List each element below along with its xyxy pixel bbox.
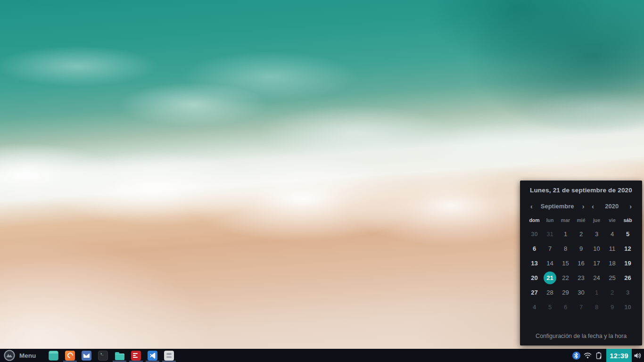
calendar-day[interactable]: 31	[542, 227, 558, 241]
speaker-icon[interactable]	[632, 349, 644, 362]
calendar-day[interactable]: 5	[620, 227, 636, 241]
taskbar: Menu ›_	[0, 349, 644, 362]
calendar-day[interactable]: 1	[558, 227, 573, 241]
calendar-day[interactable]: 18	[604, 256, 620, 271]
weekday-label: mié	[573, 217, 589, 223]
show-desktop-icon	[49, 351, 58, 361]
weekday-label: jue	[589, 217, 604, 223]
calendar-day[interactable]: 9	[604, 300, 620, 314]
calendar-date-title: Lunes, 21 de septiembre de 2020	[520, 187, 642, 194]
calendar-day[interactable]: 19	[620, 256, 636, 271]
system-tray: 12:39	[570, 349, 644, 362]
firefox-launcher[interactable]	[62, 349, 78, 362]
next-month-button[interactable]: ›	[582, 203, 585, 210]
calendar-day[interactable]: 6	[558, 300, 573, 314]
calendar-day[interactable]: 22	[558, 271, 573, 285]
calendar-day[interactable]: 2	[604, 285, 620, 300]
weekday-label: vie	[604, 217, 620, 223]
calendar-day[interactable]: 1	[589, 285, 604, 300]
launcher-bar: ›_	[45, 349, 177, 362]
calendar-day[interactable]: 11	[604, 241, 620, 256]
calendar-day[interactable]: 5	[542, 300, 558, 314]
wifi-icon[interactable]	[582, 349, 593, 362]
show-desktop-button[interactable]	[45, 349, 62, 362]
weekday-label: mar	[558, 217, 573, 223]
mint-logo-icon	[4, 350, 15, 361]
calendar-day[interactable]: 30	[573, 285, 589, 300]
date-time-settings-link[interactable]: Configuración de la fecha y la hora	[520, 333, 642, 339]
calendar-day[interactable]: 6	[527, 241, 542, 256]
month-label: Septiembre	[541, 203, 574, 210]
calendar-day[interactable]: 20	[527, 271, 542, 285]
mail-launcher[interactable]	[78, 349, 95, 362]
menu-label: Menu	[19, 352, 36, 359]
calendar-day[interactable]: 14	[542, 256, 558, 271]
calendar-day[interactable]: 12	[620, 241, 636, 256]
calendar-day[interactable]: 2	[573, 227, 589, 241]
desktop: Lunes, 21 de septiembre de 2020 ‹ Septie…	[0, 0, 644, 362]
weekday-label: lun	[542, 217, 558, 223]
vscode-icon	[148, 351, 157, 361]
calendar-day[interactable]: 10	[589, 241, 604, 256]
red-terminal-icon	[131, 351, 141, 361]
calendar-nav: ‹ Septiembre › ‹ 2020 ›	[520, 203, 642, 210]
calendar-day[interactable]: 27	[527, 285, 542, 300]
prev-month-button[interactable]: ‹	[530, 203, 533, 210]
battery-charging-icon[interactable]	[593, 349, 604, 362]
bluetooth-icon[interactable]	[570, 349, 582, 362]
calendar-day[interactable]: 10	[620, 300, 636, 314]
mail-icon	[82, 351, 91, 361]
calendar-day[interactable]: 28	[542, 285, 558, 300]
calendar-day[interactable]: 8	[589, 300, 604, 314]
clock-applet[interactable]: 12:39	[606, 349, 632, 362]
calendar-day[interactable]: 13	[527, 256, 542, 271]
calendar-day[interactable]: 16	[573, 256, 589, 271]
calendar-day[interactable]: 8	[558, 241, 573, 256]
year-label: 2020	[605, 203, 619, 210]
calendar-day[interactable]: 25	[604, 271, 620, 285]
calendar-day[interactable]: 9	[573, 241, 589, 256]
calendar-grid: 3031123456789101112131415161718192021222…	[520, 227, 642, 314]
calendar-popup: Lunes, 21 de septiembre de 2020 ‹ Septie…	[520, 181, 642, 346]
terminal-launcher[interactable]: ›_	[95, 349, 111, 362]
calendar-day[interactable]: 15	[558, 256, 573, 271]
calendar-weekday-header: domlunmarmiéjueviesáb	[520, 217, 642, 223]
weekday-label: sáb	[620, 217, 636, 223]
calendar-day[interactable]: 3	[589, 227, 604, 241]
files-launcher[interactable]	[111, 349, 128, 362]
calendar-day[interactable]: 4	[527, 300, 542, 314]
calendar-day[interactable]: 17	[589, 256, 604, 271]
vscode-launcher[interactable]	[144, 349, 161, 362]
weekday-label: dom	[527, 217, 542, 223]
red-terminal-launcher[interactable]	[128, 349, 144, 362]
calendar-day[interactable]: 26	[620, 271, 636, 285]
calendar-day[interactable]: 4	[604, 227, 620, 241]
calendar-day-selected[interactable]: 21	[542, 271, 558, 285]
prev-year-button[interactable]: ‹	[592, 203, 594, 210]
text-editor-icon	[164, 351, 174, 361]
calendar-day[interactable]: 7	[542, 241, 558, 256]
calendar-day[interactable]: 30	[527, 227, 542, 241]
text-editor-launcher[interactable]	[161, 349, 177, 362]
firefox-icon	[65, 351, 75, 361]
calendar-day[interactable]: 3	[620, 285, 636, 300]
calendar-day[interactable]: 29	[558, 285, 573, 300]
folder-icon	[115, 351, 124, 360]
calendar-day[interactable]: 24	[589, 271, 604, 285]
terminal-icon: ›_	[98, 351, 108, 361]
calendar-day[interactable]: 23	[573, 271, 589, 285]
menu-button[interactable]: Menu	[0, 349, 41, 362]
calendar-day[interactable]: 7	[573, 300, 589, 314]
next-year-button[interactable]: ›	[629, 203, 632, 210]
